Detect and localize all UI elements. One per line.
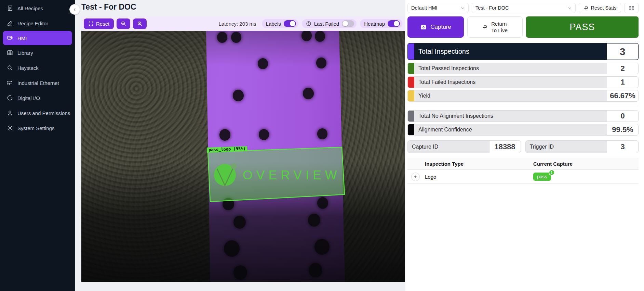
zoom-in-button[interactable] — [133, 18, 147, 29]
sidebar-item-digital-i-o[interactable]: Digital I/O — [0, 90, 75, 105]
view-reset-button[interactable]: Reset — [84, 18, 114, 29]
toggle-label: Labels — [266, 21, 281, 27]
return-to-live-button[interactable]: ReturnTo Live — [467, 16, 523, 38]
recipes-icon — [7, 5, 13, 11]
switch-on[interactable] — [284, 20, 296, 27]
plus-icon — [413, 174, 418, 179]
page-title: Test - For DOC — [81, 2, 136, 12]
camera-viewport[interactable]: OVERVIEW pass_logo (95%) — [81, 31, 405, 282]
sidebar-item-library[interactable]: Library — [0, 45, 75, 60]
sidebar-item-hmi[interactable]: HMI — [3, 31, 72, 45]
search-icon — [7, 65, 13, 71]
chevron-down-icon — [460, 6, 465, 10]
chevron-down-icon — [567, 6, 572, 10]
chevron-left-icon — [72, 7, 77, 12]
sidebar-item-label: Digital I/O — [17, 95, 40, 101]
labels-toggle[interactable]: Labels — [262, 19, 298, 28]
io-icon — [7, 95, 13, 101]
hmi-select[interactable]: Default HMI — [407, 3, 469, 13]
stat-accent-bar — [408, 90, 414, 101]
inspection-overlay: OVERVIEW — [81, 31, 405, 282]
trigger-id-box: Trigger ID 3 — [525, 140, 639, 153]
sidebar-item-recipe-editor[interactable]: Recipe Editor — [0, 16, 75, 31]
sidebar-item-label: Recipe Editor — [17, 21, 48, 26]
logo-wordmark: OVERVIEW — [243, 168, 341, 182]
sidebar-item-system-settings[interactable]: System Settings — [0, 121, 75, 136]
zoom-out-button[interactable] — [117, 18, 130, 29]
sidebar-item-label: Users and Permissions — [17, 110, 70, 116]
help-icon — [306, 21, 311, 26]
stat-value: 99.5% — [607, 124, 638, 135]
sidebar-item-all-recipes[interactable]: All Recipes — [0, 1, 75, 16]
sidebar-item-users-and-permissions[interactable]: Users and Permissions — [0, 105, 75, 121]
toggle-label: Last Failed — [314, 21, 339, 27]
stat-row-total-passed-inspections: Total Passed Inspections2 — [407, 63, 639, 74]
expand-row-button[interactable] — [411, 173, 420, 181]
sidebar-item-label: System Settings — [17, 125, 54, 131]
status-badge[interactable]: pass — [533, 173, 551, 181]
stat-accent-bar — [408, 124, 414, 135]
stat-label: Total Inspections — [414, 43, 607, 60]
camera-icon — [420, 24, 427, 30]
capture-button[interactable]: Capture — [407, 16, 464, 38]
stat-label: Total No Alignment Inspections — [414, 111, 607, 122]
stat-value: 2 — [607, 63, 638, 74]
table-row: Logopass1 — [407, 170, 639, 184]
stat-label: Alignment Confidence — [414, 124, 607, 135]
stat-value: 66.67% — [607, 90, 638, 101]
stat-row-total-inspections: Total Inspections3 — [407, 43, 639, 60]
recipe-select[interactable]: Test - For DOC — [472, 3, 576, 13]
sidebar-item-label: Haystack — [17, 65, 39, 71]
last-failed-toggle[interactable]: Last Failed — [302, 19, 357, 28]
stat-row-total-no-alignment-inspections: Total No Alignment Inspections0 — [407, 110, 639, 122]
heatmap-toggle[interactable]: Heatmap — [360, 19, 402, 28]
stat-accent-bar — [408, 111, 414, 122]
fullscreen-button[interactable] — [624, 3, 639, 13]
stat-row-yield: Yield66.67% — [407, 90, 639, 102]
stats-divider — [407, 106, 639, 106]
settings-icon — [7, 125, 13, 131]
zoom-in-icon — [137, 21, 143, 26]
sidebar-item-label: All Recipes — [17, 5, 43, 11]
trigger-id-label: Trigger ID — [526, 141, 607, 153]
reset-stats-button[interactable]: Reset Stats — [579, 3, 621, 13]
switch-on[interactable] — [388, 20, 400, 27]
library-icon — [7, 50, 13, 56]
capture-id-box: Capture ID 18388 — [407, 140, 521, 153]
sidebar-collapse-button[interactable] — [69, 4, 80, 15]
editor-icon — [7, 20, 13, 26]
stat-value: 0 — [607, 111, 638, 122]
switch-off[interactable] — [342, 20, 354, 27]
table-header-row: Inspection Type Current Capture — [407, 158, 639, 170]
inspection-table: Inspection Type Current Capture Logopass… — [407, 158, 639, 184]
sidebar-item-label: HMI — [17, 35, 27, 41]
latency-readout: Latency: 203 ms — [218, 21, 256, 27]
sidebar-item-industrial-ethernet[interactable]: Industrial Ethernet — [0, 75, 75, 90]
stat-label: Total Failed Inspections — [414, 77, 607, 88]
stat-row-total-failed-inspections: Total Failed Inspections1 — [407, 76, 639, 88]
users-icon — [7, 110, 13, 116]
expand-icon — [629, 5, 634, 11]
sidebar: All RecipesRecipe EditorHMILibraryHaysta… — [0, 0, 75, 291]
sidebar-item-label: Industrial Ethernet — [17, 80, 59, 86]
stat-accent-bar — [408, 43, 414, 60]
sidebar-item-haystack[interactable]: Haystack — [0, 60, 75, 75]
viewer-toolbar: Reset Latency: 203 ms LabelsLast FailedH… — [81, 16, 405, 31]
reset-icon — [583, 5, 589, 11]
result-status-button[interactable]: PASS — [526, 16, 639, 38]
capture-id-label: Capture ID — [408, 141, 489, 153]
focus-reset-icon — [88, 21, 94, 26]
zoom-out-icon — [121, 21, 126, 26]
stat-row-alignment-confidence: Alignment Confidence99.5% — [407, 124, 639, 136]
capture-id-value: 18388 — [489, 141, 521, 153]
stat-accent-bar — [408, 63, 414, 74]
stat-label: Total Passed Inspections — [414, 63, 607, 74]
stat-value: 1 — [607, 77, 638, 88]
inspection-type-cell: Logo — [423, 174, 532, 180]
toggle-label: Heatmap — [364, 21, 385, 27]
ethernet-icon — [7, 80, 13, 86]
stat-value: 3 — [607, 43, 638, 60]
hmi-icon — [7, 35, 13, 41]
column-header-current-capture: Current Capture — [532, 161, 639, 167]
capture-count-badge: 1 — [549, 169, 555, 176]
